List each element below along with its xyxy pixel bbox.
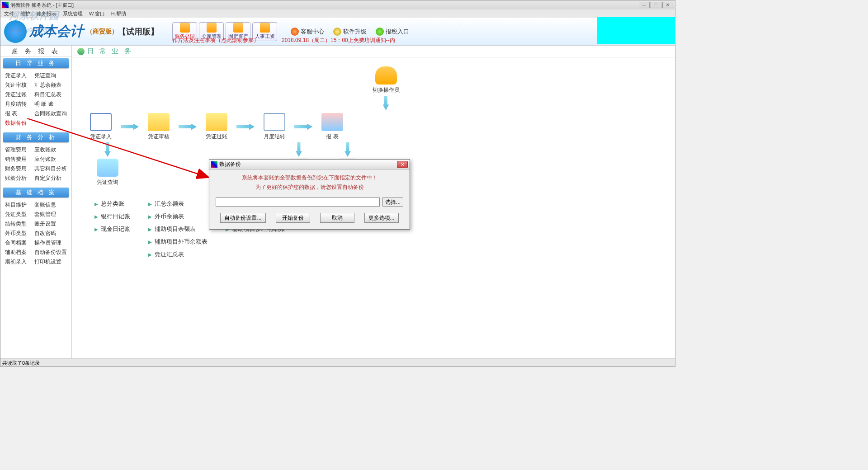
menu-help[interactable]: H.帮助: [111, 10, 126, 17]
browse-button[interactable]: 选择...: [382, 197, 403, 207]
auto-backup-settings-button[interactable]: 自动备份设置...: [220, 213, 265, 223]
link-summary-balance[interactable]: ▶汇总余额表: [148, 200, 208, 208]
sb-balance-summary[interactable]: 汇总余额表: [34, 81, 67, 89]
arrow-right-icon: [121, 124, 139, 130]
sb-detail[interactable]: 明 细 账: [34, 100, 67, 108]
sb-voucher-post[interactable]: 凭证过账: [5, 91, 30, 99]
logo-badge-icon: [4, 20, 27, 43]
sb-subject-summary[interactable]: 科目汇总表: [34, 91, 67, 99]
flow-voucher-entry[interactable]: 凭证录入: [90, 113, 112, 141]
sb-contract-file[interactable]: 合同档案: [5, 239, 30, 247]
people-icon: [375, 66, 397, 85]
sb-voucher-query[interactable]: 凭证查询: [34, 72, 67, 80]
backup-path-input[interactable]: [216, 197, 380, 207]
sb-report[interactable]: 报 表: [5, 110, 30, 118]
sidebar-header-analysis[interactable]: 财 务 分 析: [3, 132, 69, 142]
bullet-icon: ▶: [94, 227, 98, 232]
flow-switch-operator[interactable]: 切换操作员: [115, 66, 657, 94]
link-col-2: ▶汇总余额表 ▶外币余额表 ▶辅助项目余额表 ▶辅助项目外币余额表 ▶凭证汇总表: [148, 200, 208, 258]
sb-printer-setting[interactable]: 打印机设置: [34, 258, 67, 266]
sb-currency-type[interactable]: 外币类型: [5, 230, 30, 237]
search-icon: [97, 159, 118, 177]
titlebar: 润衡软件·账务系统 - [主窗口] — □ ✕: [0, 0, 675, 9]
dialog-body: 系统将本套账的全部数据备份到您在下面指定的文件中！ 为了更好的保护您的数据，请您…: [209, 169, 410, 229]
link-cash-journal[interactable]: ▶现金日记账: [94, 225, 130, 233]
bullet-icon: ▶: [148, 202, 152, 207]
calendar-icon: [264, 113, 285, 131]
sb-other-subject[interactable]: 其它科目分析: [34, 165, 67, 173]
warehouse-icon: [207, 23, 217, 33]
assets-icon: [233, 23, 243, 33]
minimize-icon[interactable]: —: [639, 2, 650, 8]
window-title: 润衡软件·账务系统 - [主窗口]: [10, 2, 74, 9]
flow-report[interactable]: 报 表: [321, 113, 343, 141]
menu-maintain[interactable]: 维护: [20, 10, 30, 17]
start-backup-button[interactable]: 开始备份: [276, 213, 310, 223]
sb-account-info[interactable]: 套账信息: [34, 201, 67, 209]
flow-voucher-query[interactable]: 凭证查询: [90, 159, 125, 186]
notice-1[interactable]: 作方法及注意事项（点此滚动参加）: [172, 37, 259, 44]
flow-month-close[interactable]: 月度结转: [264, 113, 285, 141]
sidebar-header-daily[interactable]: 日 常 业 务: [3, 58, 69, 68]
sb-voucher-entry[interactable]: 凭证录入: [5, 72, 30, 80]
header-links: 客服中心 软件升级 报税入口: [291, 28, 409, 36]
notice-2[interactable]: 2018.09.18（周二）15：00上免费培训通知--内: [282, 37, 395, 44]
link-aux-currency-balance[interactable]: ▶辅助项目外币余额表: [148, 238, 208, 246]
menu-file[interactable]: 文件: [4, 10, 14, 17]
header: 成本会计 （商贸版） 【试用版】 账务处理 仓库管理 固定资产 人事工资 客服中…: [0, 18, 675, 46]
dialog-close-icon[interactable]: ✕: [397, 161, 408, 168]
link-aux-balance[interactable]: ▶辅助项目余额表: [148, 225, 208, 233]
flow-voucher-audit[interactable]: 凭证审核: [148, 113, 170, 141]
link-service[interactable]: 客服中心: [291, 28, 324, 36]
sb-book-setting[interactable]: 账册设置: [34, 220, 67, 228]
link-voucher-summary[interactable]: ▶凭证汇总表: [148, 250, 208, 258]
dialog-message-2: 为了更好的保护您的数据，请您设置自动备份: [216, 183, 403, 191]
sb-mgmt-expense[interactable]: 管理费用: [5, 146, 30, 154]
bullet-icon: ▶: [148, 252, 152, 257]
sb-change-pwd[interactable]: 自改密码: [34, 230, 67, 237]
arrow-right-icon: [236, 124, 255, 130]
menu-report[interactable]: 账务报表: [37, 10, 57, 17]
more-options-button[interactable]: 更多选项...: [364, 213, 399, 223]
statusbar: 共读取了0条记录: [0, 358, 675, 367]
menu-window[interactable]: W.窗口: [89, 10, 105, 17]
sb-carry-type[interactable]: 结转类型: [5, 220, 30, 228]
bullet-icon: ▶: [148, 214, 152, 219]
sb-account-mgmt[interactable]: 套账管理: [34, 211, 67, 218]
app-icon: [2, 2, 9, 8]
sb-custom[interactable]: 自定义分析: [34, 174, 67, 182]
sb-fin-expense[interactable]: 财务费用: [5, 165, 30, 173]
sb-aux-file[interactable]: 辅助档案: [5, 249, 30, 256]
bullet-icon: ▶: [148, 240, 152, 244]
sb-data-backup[interactable]: 数据备份: [5, 119, 30, 127]
arrow-down-icon: [296, 142, 302, 157]
cancel-button[interactable]: 取消: [320, 213, 354, 223]
backup-dialog: 数据备份 ✕ 系统将本套账的全部数据备份到您在下面指定的文件中！ 为了更好的保护…: [209, 159, 410, 230]
close-icon[interactable]: ✕: [662, 2, 673, 8]
sb-receivable[interactable]: 应收账款: [34, 146, 67, 154]
menu-system[interactable]: 系统管理: [63, 10, 83, 17]
sb-payable[interactable]: 应付账款: [34, 155, 67, 163]
bullet-icon: ▶: [94, 214, 98, 219]
link-upgrade[interactable]: 软件升级: [333, 28, 367, 36]
sb-month-close[interactable]: 月度结转: [5, 100, 30, 108]
sb-subject-maint[interactable]: 科目维护: [5, 201, 30, 209]
sb-operator-mgmt[interactable]: 操作员管理: [34, 239, 67, 247]
sb-voucher-type[interactable]: 凭证类型: [5, 211, 30, 218]
section-title: 日 常 业 务: [72, 46, 675, 57]
flow-voucher-post[interactable]: 凭证过账: [206, 113, 227, 141]
sb-auto-backup[interactable]: 自动备份设置: [34, 249, 67, 256]
maximize-icon[interactable]: □: [651, 2, 661, 8]
link-bank-journal[interactable]: ▶银行日记账: [94, 212, 130, 221]
sidebar-header-base[interactable]: 基 础 档 案: [3, 188, 69, 197]
sb-initial-entry[interactable]: 期初录入: [5, 258, 30, 266]
sb-voucher-audit[interactable]: 凭证审核: [5, 81, 30, 89]
link-tax[interactable]: 报税入口: [376, 28, 409, 36]
logo-area: 成本会计 （商贸版） 【试用版】: [0, 20, 159, 43]
sb-sales-expense[interactable]: 销售费用: [5, 155, 30, 163]
sb-aging[interactable]: 账龄分析: [5, 174, 30, 182]
link-general-ledger[interactable]: ▶总分类账: [94, 200, 130, 208]
tax-icon: [376, 28, 384, 36]
link-currency-balance[interactable]: ▶外币余额表: [148, 212, 208, 221]
sb-contract-query[interactable]: 合同账款查询: [34, 110, 67, 118]
